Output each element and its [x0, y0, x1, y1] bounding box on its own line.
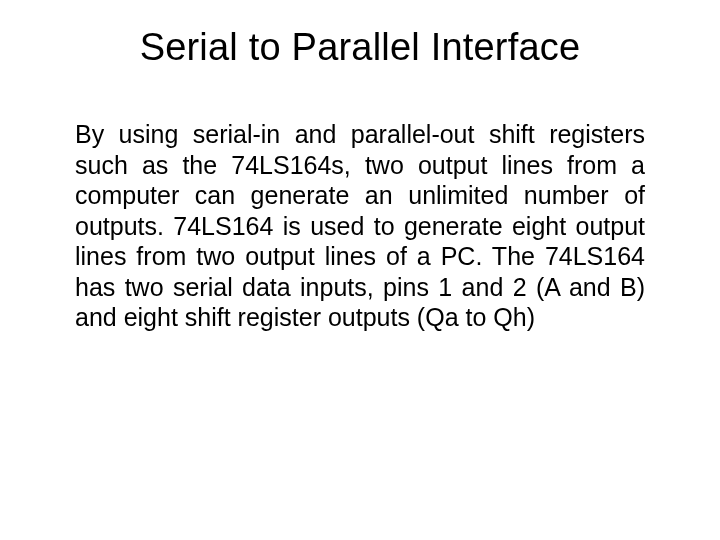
slide-title: Serial to Parallel Interface: [75, 26, 645, 69]
slide-body-text: By using serial-in and parallel-out shif…: [75, 119, 645, 333]
slide: Serial to Parallel Interface By using se…: [0, 0, 720, 540]
